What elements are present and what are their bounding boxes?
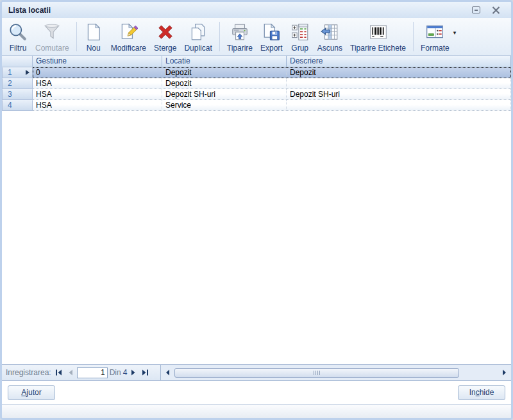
close-window-button[interactable]: Inchide — [458, 385, 505, 400]
cell-gestiune[interactable]: HSA — [33, 78, 162, 88]
cell-descriere[interactable] — [287, 78, 511, 88]
funnel-icon — [42, 22, 62, 42]
navigator-strip: Inregistrarea: Din 4 — [2, 364, 511, 381]
table-row[interactable]: 10DepozitDepozit — [2, 67, 511, 78]
toolbar-button-tiparire-etichete[interactable]: Tiparire Etichete — [346, 19, 410, 55]
current-record-input[interactable] — [77, 367, 108, 378]
toolbar-button-label: Comutare — [35, 44, 69, 53]
status-strip — [2, 405, 511, 418]
column-header-descriere[interactable]: Descriere — [287, 56, 511, 67]
printer-icon — [230, 22, 249, 42]
formats-panel-icon — [425, 22, 444, 42]
row-cells: 0DepozitDepozit — [33, 67, 511, 78]
scroll-right-icon — [502, 369, 507, 376]
scroll-left-button[interactable] — [163, 368, 172, 377]
cell-locatie[interactable]: Depozit — [162, 78, 287, 88]
row-cells: HSADepozit — [33, 78, 511, 89]
group-rows-icon — [290, 22, 310, 42]
record-count-of-label: Din — [110, 368, 121, 377]
toolbar-button-ascuns[interactable]: Ascuns — [314, 19, 346, 55]
row-cells: HSADepozit SH-uriDepozit SH-uri — [33, 89, 511, 100]
scrollbar-thumb[interactable] — [174, 368, 459, 378]
export-save-icon — [262, 22, 281, 42]
new-document-icon — [84, 22, 103, 42]
cell-locatie[interactable]: Service — [162, 100, 287, 110]
close-button[interactable] — [491, 6, 501, 14]
restore-icon — [472, 6, 480, 13]
toolbar-separator — [219, 22, 220, 51]
row-header[interactable]: 2 — [2, 78, 33, 89]
toolbar-button-label: Nou — [87, 44, 101, 53]
table-row[interactable]: 3HSADepozit SH-uriDepozit SH-uri — [2, 89, 511, 100]
magnifier-icon — [8, 22, 28, 42]
formate-dropdown-arrow[interactable]: ▾ — [453, 19, 460, 55]
toolbar-button-modificare[interactable]: Modificare — [107, 19, 150, 55]
last-record-button[interactable] — [140, 368, 151, 377]
toolbar-button-label: Duplicat — [184, 44, 212, 53]
column-header-locatie[interactable]: Locatie — [162, 56, 287, 67]
table-row[interactable]: 4HSAService — [2, 100, 511, 111]
scroll-right-button[interactable] — [500, 368, 509, 377]
toolbar-separator — [413, 22, 414, 51]
toolbar-button-label: Export — [260, 44, 283, 53]
grid-empty-area — [2, 111, 511, 364]
cell-locatie[interactable]: Depozit — [162, 67, 287, 78]
toolbar-button-grup[interactable]: Grup — [287, 19, 314, 55]
toolbar-button-label: Filtru — [10, 44, 27, 53]
window-title: Lista locatii — [8, 6, 51, 15]
barcode-icon — [369, 22, 388, 42]
row-header[interactable]: 4 — [2, 100, 33, 111]
window-controls — [471, 6, 505, 14]
cell-gestiune[interactable]: 0 — [33, 67, 162, 78]
cell-gestiune[interactable]: HSA — [33, 89, 162, 99]
toolbar-button-label: Tiparire — [227, 44, 253, 53]
toolbar-button-formate[interactable]: Formate — [417, 19, 453, 55]
toolbar-button-nou[interactable]: Nou — [80, 19, 107, 55]
help-button[interactable]: Ajutor — [8, 385, 55, 400]
toolbar-button-comutare[interactable]: Comutare — [31, 19, 73, 55]
toolbar-button-label: Tiparire Etichete — [350, 44, 406, 53]
grid-corner-cell — [2, 56, 33, 67]
first-record-button[interactable] — [53, 368, 64, 377]
row-header[interactable]: 1 — [2, 67, 33, 78]
footer-bar: Ajutor Inchide — [2, 381, 511, 405]
toolbar-button-tiparire[interactable]: Tiparire — [223, 19, 256, 55]
hidden-columns-icon — [320, 22, 339, 42]
edit-document-icon — [119, 22, 138, 42]
toolbar: FiltruComutareNouModificareStergeDuplica… — [2, 18, 511, 56]
table-row[interactable]: 2HSADepozit — [2, 78, 511, 89]
locations-grid: GestiuneLocatieDescriere 10DepozitDepozi… — [2, 56, 511, 364]
toolbar-button-sterge[interactable]: Sterge — [150, 19, 180, 55]
lista-locatii-window: Lista locatii FiltruComutareNouModificar… — [0, 0, 513, 420]
cell-descriere[interactable]: Depozit SH-uri — [287, 89, 511, 99]
previous-record-button[interactable] — [66, 368, 75, 377]
cell-gestiune[interactable]: HSA — [33, 100, 162, 110]
toolbar-button-label: Grup — [291, 44, 308, 53]
record-navigator: Inregistrarea: Din 4 — [2, 365, 161, 380]
cell-descriere[interactable] — [287, 100, 511, 110]
close-icon — [492, 6, 500, 14]
scroll-left-icon — [165, 369, 170, 376]
column-header-gestiune[interactable]: Gestiune — [33, 56, 162, 67]
toolbar-button-filtru[interactable]: Filtru — [4, 19, 31, 55]
scrollbar-track[interactable] — [174, 368, 498, 378]
toolbar-button-export[interactable]: Export — [256, 19, 287, 55]
delete-x-icon — [156, 22, 175, 42]
row-number: 2 — [8, 79, 12, 88]
toolbar-button-label: Modificare — [111, 44, 146, 53]
first-record-icon — [55, 369, 62, 376]
current-row-arrow-icon — [26, 70, 29, 75]
next-record-button[interactable] — [129, 368, 138, 377]
next-record-icon — [131, 369, 136, 376]
grid-header: GestiuneLocatieDescriere — [2, 56, 511, 67]
restore-button[interactable] — [471, 6, 481, 14]
last-record-icon — [142, 369, 149, 376]
row-header[interactable]: 3 — [2, 89, 33, 100]
duplicate-pages-icon — [189, 22, 208, 42]
cell-locatie[interactable]: Depozit SH-uri — [162, 89, 287, 99]
toolbar-button-duplicat[interactable]: Duplicat — [180, 19, 215, 55]
row-cells: HSAService — [33, 100, 511, 111]
toolbar-button-label: Formate — [421, 44, 450, 53]
cell-descriere[interactable]: Depozit — [287, 67, 511, 78]
record-navigator-label: Inregistrarea: — [6, 368, 51, 377]
